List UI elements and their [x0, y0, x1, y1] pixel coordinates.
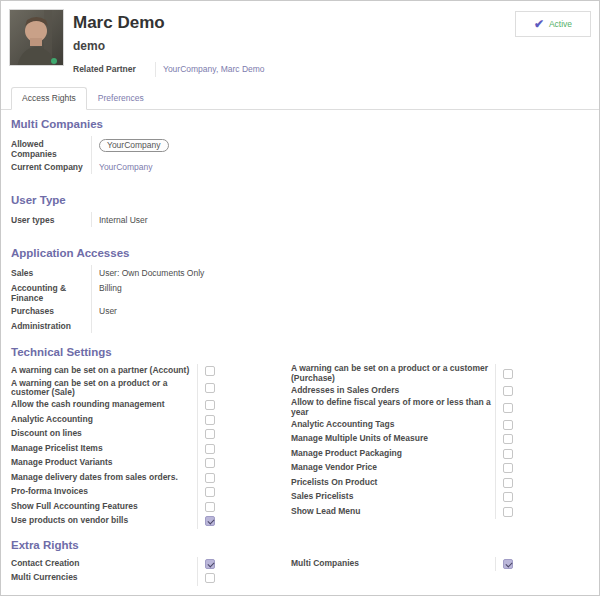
checkbox[interactable] — [205, 473, 215, 483]
checkbox[interactable] — [503, 449, 513, 459]
page-title: Marc Demo — [73, 9, 591, 33]
current-company-link[interactable]: YourCompany — [99, 162, 153, 172]
related-partner-row: Related Partner YourCompany, Marc Demo — [73, 62, 591, 77]
checkbox[interactable] — [503, 403, 513, 413]
active-status-badge[interactable]: ✔ Active — [515, 11, 591, 37]
user-form-page: Marc Demo demo Related Partner YourCompa… — [0, 0, 600, 596]
setting-row: Manage Product Variants — [11, 456, 227, 471]
related-partner-link[interactable]: YourCompany, Marc Demo — [163, 64, 265, 74]
field-row-purchases: Purchases User — [11, 303, 589, 318]
field-value[interactable]: User — [91, 303, 241, 318]
access-rights-panel: Multi Companies Allowed Companies YourCo… — [1, 118, 599, 596]
section-heading-technical-settings: Technical Settings — [11, 346, 589, 358]
company-tag[interactable]: YourCompany — [99, 139, 169, 152]
setting-label: Analytic Accounting Tags — [291, 420, 495, 430]
field-label: Accounting & Finance — [11, 280, 91, 303]
setting-row: Manage Multiple Units of Measure — [291, 432, 523, 447]
checkbox[interactable] — [205, 444, 215, 454]
setting-row: Manage Product Packaging — [291, 447, 523, 462]
checkbox[interactable] — [205, 559, 215, 569]
checkbox[interactable] — [205, 573, 215, 583]
setting-row: Analytic Accounting — [11, 413, 227, 428]
check-icon: ✔ — [534, 18, 544, 30]
avatar-photo — [10, 10, 64, 66]
setting-row: A warning can be set on a partner (Accou… — [11, 364, 227, 379]
setting-label: A warning can be set on a product or a c… — [291, 364, 495, 384]
field-label: Current Company — [11, 159, 91, 174]
field-row-administration: Administration — [11, 318, 589, 333]
setting-row: Discount on lines — [11, 427, 227, 442]
setting-row: A warning can be set on a product or a c… — [291, 364, 523, 384]
field-label: Administration — [11, 318, 91, 333]
checkbox[interactable] — [205, 383, 215, 393]
setting-row: Multi Currencies — [11, 571, 227, 586]
checkbox[interactable] — [205, 516, 215, 526]
field-row-allowed-companies: Allowed Companies YourCompany — [11, 136, 589, 159]
checkbox[interactable] — [205, 415, 215, 425]
setting-label: Manage Pricelist Items — [11, 444, 197, 454]
checkbox[interactable] — [503, 559, 513, 569]
checkbox[interactable] — [503, 434, 513, 444]
user-login: demo — [73, 39, 591, 53]
setting-row: Analytic Accounting Tags — [291, 418, 523, 433]
related-partner-value: YourCompany, Marc Demo — [155, 62, 315, 77]
setting-row: Use products on vendor bills — [11, 514, 227, 529]
section-heading-multi-companies: Multi Companies — [11, 118, 589, 130]
setting-label: Allow the cash rounding management — [11, 400, 197, 410]
setting-label: Multi Currencies — [11, 573, 197, 583]
setting-label: Manage Vendor Price — [291, 463, 495, 473]
setting-label: A warning can be set on a partner (Accou… — [11, 366, 197, 376]
setting-row: Multi Companies — [291, 557, 523, 572]
setting-label: Pricelists On Product — [291, 478, 495, 488]
field-value[interactable]: Billing — [91, 280, 241, 303]
field-value[interactable]: User: Own Documents Only — [91, 265, 241, 280]
user-header: Marc Demo demo Related Partner YourCompa… — [1, 1, 599, 77]
field-value[interactable] — [91, 318, 241, 333]
setting-label: Analytic Accounting — [11, 415, 197, 425]
setting-label: Addresses in Sales Orders — [291, 386, 495, 396]
setting-row: Addresses in Sales Orders — [291, 384, 523, 399]
checkbox[interactable] — [205, 502, 215, 512]
checkbox[interactable] — [503, 492, 513, 502]
setting-row: Manage delivery dates from sales orders. — [11, 471, 227, 486]
setting-label: Manage Product Variants — [11, 458, 197, 468]
checkbox[interactable] — [503, 420, 513, 430]
checkbox[interactable] — [205, 429, 215, 439]
field-value: YourCompany — [91, 136, 241, 159]
setting-row: Pro-forma Invoices — [11, 485, 227, 500]
field-label: Purchases — [11, 303, 91, 318]
checkbox[interactable] — [503, 463, 513, 473]
setting-label: Multi Companies — [291, 559, 495, 569]
checkbox[interactable] — [205, 458, 215, 468]
setting-label: Discount on lines — [11, 429, 197, 439]
checkbox[interactable] — [503, 507, 513, 517]
tab-bar: Access Rights Preferences — [1, 87, 599, 110]
field-value: YourCompany — [91, 159, 241, 174]
checkbox[interactable] — [503, 386, 513, 396]
setting-label: Manage Multiple Units of Measure — [291, 434, 495, 444]
user-avatar[interactable] — [9, 9, 64, 66]
setting-label: Use products on vendor bills — [11, 516, 197, 526]
setting-row: Allow to define fiscal years of more or … — [291, 398, 523, 418]
section-heading-application-accesses: Application Accesses — [11, 247, 589, 259]
setting-label: Contact Creation — [11, 559, 197, 569]
checkbox[interactable] — [205, 400, 215, 410]
setting-label: Allow to define fiscal years of more or … — [291, 398, 495, 418]
checkbox[interactable] — [205, 366, 215, 376]
setting-row: Pricelists On Product — [291, 476, 523, 491]
section-heading-user-type: User Type — [11, 194, 589, 206]
related-partner-label: Related Partner — [73, 62, 155, 77]
field-row-current-company: Current Company YourCompany — [11, 159, 589, 174]
field-value[interactable]: Internal User — [91, 212, 241, 227]
field-row-sales: Sales User: Own Documents Only — [11, 265, 589, 280]
tab-preferences[interactable]: Preferences — [87, 87, 155, 110]
field-label: Sales — [11, 265, 91, 280]
field-row-accounting-finance: Accounting & Finance Billing — [11, 280, 589, 303]
tab-access-rights[interactable]: Access Rights — [11, 87, 87, 110]
checkbox[interactable] — [503, 478, 513, 488]
setting-row: Manage Pricelist Items — [11, 442, 227, 457]
checkbox[interactable] — [205, 487, 215, 497]
checkbox[interactable] — [503, 369, 513, 379]
field-row-user-types: User types Internal User — [11, 212, 589, 227]
field-label: Allowed Companies — [11, 136, 91, 159]
